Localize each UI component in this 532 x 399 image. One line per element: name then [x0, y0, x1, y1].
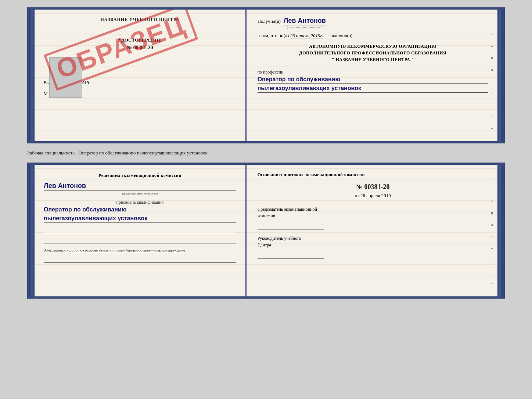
admission-main-text: работе согласно должностным (производств… [69, 248, 185, 252]
org-line1: АВТОНОМНУЮ НЕКОММЕРЧЕСКУЮ ОРГАНИЗАЦИЮ [258, 43, 488, 50]
chairman-signature-line [258, 222, 324, 229]
protocol-date: от 26 апреля 2019 [258, 193, 488, 199]
basis-text: Основание: протокол экзаменационной коми… [258, 172, 488, 178]
bottom-certificate-book: Решением экзаменационной комиссии Лев Ан… [27, 163, 505, 299]
qualification-label: присвоена квалификация [44, 200, 236, 205]
bottom-right-side-dashes: – – – и а ← – – – – [486, 165, 497, 296]
cert-right-page: Получил(а) Лев Антонов (фамилия, имя, от… [247, 10, 497, 141]
qualification-value-1: Оператор по обслуживанию [44, 206, 236, 214]
right-side-dashes: – – – и а ← – – – – [486, 10, 497, 141]
qualification-value-2: пылегазоулавливающих установок [44, 215, 236, 223]
caption-line: Рабочая специальность - Оператор по обсл… [27, 150, 208, 156]
bottom-spine-left [29, 165, 35, 296]
top-certificate-book: НАЗВАНИЕ УЧЕБНОГО ЦЕНТРА УДОСТОВЕРЕНИЕ №… [27, 7, 505, 143]
date-prefix: в том, что он(а) [258, 33, 289, 38]
bottom-spine-right [497, 165, 503, 296]
bottom-right-page: Основание: протокол экзаменационной коми… [247, 165, 497, 296]
protocol-date-prefix: от [355, 193, 359, 198]
cert-photo-area [49, 57, 82, 98]
director-line1: Руководитель учебного [258, 235, 488, 242]
document-container: НАЗВАНИЕ УЧЕБНОГО ЦЕНТРА УДОСТОВЕРЕНИЕ №… [27, 7, 505, 299]
blank-line-2 [44, 236, 236, 243]
director-title: Руководитель учебного Центра [258, 235, 488, 248]
cert-spine-left [29, 10, 35, 141]
recipient-name: Лев Антонов [284, 17, 326, 25]
date-line: в том, что он(а) 26 апреля 2019г. окончи… [258, 33, 488, 39]
director-signature-line [258, 251, 324, 259]
date-suffix: окончил(а) [330, 33, 352, 38]
cert-type: УДОСТОВЕРЕНИЕ [44, 37, 236, 43]
admission-text: допускается к работе согласно должностны… [44, 248, 236, 252]
blank-line-1 [44, 226, 236, 233]
chairman-line2: комиссии [258, 213, 488, 219]
cert-left-page: НАЗВАНИЕ УЧЕБНОГО ЦЕНТРА УДОСТОВЕРЕНИЕ №… [35, 10, 247, 141]
date-value: 26 апреля 2019г. [290, 33, 323, 39]
recipient-name-hint: (фамилия, имя, отчество) [284, 25, 326, 29]
bottom-left-page: Решением экзаменационной комиссии Лев Ан… [35, 165, 247, 296]
profession-label: по профессии [258, 70, 488, 75]
chairman-line1: Председатель экзаменационной [258, 206, 488, 213]
profession-value-1: Оператор по обслуживанию [258, 76, 488, 84]
org-name: " НАЗВАНИЕ УЧЕБНОГО ЦЕНТРА " [258, 56, 488, 63]
person-name-bottom: Лев Антонов [44, 182, 236, 191]
recipient-line: Получил(а) Лев Антонов (фамилия, имя, от… [258, 17, 488, 29]
chairman-title: Председатель экзаменационной комиссии [258, 206, 488, 219]
decision-text: Решением экзаменационной комиссии [44, 172, 236, 179]
protocol-date-value: 26 апреля 2019 [360, 193, 391, 198]
org-line2: ДОПОЛНИТЕЛЬНОГО ПРОФЕССИОНАЛЬНОГО ОБРАЗО… [258, 50, 488, 56]
cert-number: № 00381-20 [44, 45, 236, 51]
blank-line-3 [44, 255, 236, 263]
protocol-number: № 00381-20 [258, 183, 488, 191]
admission-prefix: допускается к [44, 248, 68, 252]
org-text: АВТОНОМНУЮ НЕКОММЕРЧЕСКУЮ ОРГАНИЗАЦИЮ ДО… [258, 43, 488, 63]
recipient-prefix: Получил(а) [258, 18, 281, 24]
bottom-name-hint: (фамилия, имя, отчество) [44, 192, 236, 195]
director-line2: Центра [258, 242, 488, 248]
profession-value-2: пылегазоулавливающих установок [258, 85, 488, 93]
cert-spine-right [497, 10, 503, 141]
school-title: НАЗВАНИЕ УЧЕБНОГО ЦЕНТРА [44, 17, 236, 22]
